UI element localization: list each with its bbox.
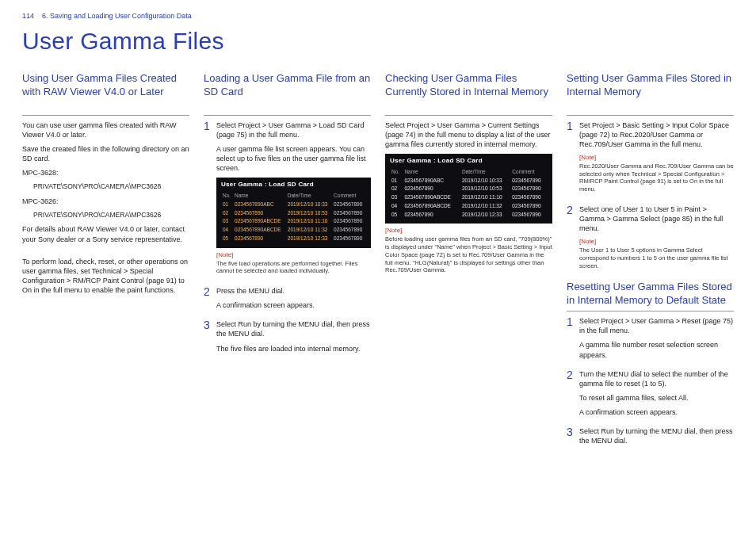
step-text: The five files are loaded into internal …: [216, 344, 371, 353]
screenshot-caption: User Gamma : Load SD Card: [221, 181, 366, 189]
model-label: MPC-3628:: [22, 168, 189, 178]
step-text: A confirmation screen appears.: [579, 407, 734, 417]
step-text: Select Run by turning the MENU dial, the…: [216, 319, 371, 338]
body-text: To perform load, check, reset, or other …: [22, 257, 189, 296]
file-path: PRIVATE\SONY\PRO\CAMERA\MPC3628: [22, 182, 189, 191]
section-heading-checking: Checking User Gamma Files Currently Stor…: [385, 72, 552, 116]
section-heading-using: Using User Gamma Files Created with RAW …: [22, 72, 189, 116]
step-text: To reset all gamma files, select All.: [579, 393, 734, 403]
breadcrumb: 114 6. Saving and Loading User Configura…: [22, 11, 734, 21]
body-text: You can use user gamma files created wit…: [22, 120, 189, 139]
note-label: [Note]: [216, 251, 371, 260]
step-text: Select Run by turning the MENU dial, the…: [579, 426, 734, 445]
body-text: Select Project > User Gamma > Current Se…: [385, 120, 552, 149]
step-text: Set Project > Basic Setting > Input Colo…: [579, 120, 734, 149]
step-text: A gamma file number reset selection scre…: [579, 340, 734, 359]
step-number: 1: [567, 120, 575, 200]
section-heading-loading: Loading a User Gamma File from an SD Car…: [204, 72, 371, 116]
body-text: For details about RAW Viewer V4.0 or lat…: [22, 224, 189, 243]
column-1: Using User Gamma Files Created with RAW …: [22, 72, 189, 456]
note-body: Before loading user gamma files from an …: [385, 235, 552, 274]
step-number: 2: [204, 286, 212, 315]
note-body: The five load operations are performed t…: [216, 260, 371, 276]
body-text: Save the created files in the following …: [22, 144, 189, 163]
step-number: 1: [204, 120, 212, 281]
step-text: Select Project > User Gamma > Load SD Ca…: [216, 120, 371, 139]
note-body: The User 1 to User 5 options in Gamma Se…: [579, 246, 734, 269]
step-text: A user gamma file list screen appears. Y…: [216, 144, 371, 173]
note-label: [Note]: [579, 238, 734, 246]
step-text: Turn the MENU dial to select the number …: [579, 369, 734, 388]
section-heading-setting: Setting User Gamma Files Stored in Inter…: [567, 72, 734, 116]
column-3: Checking User Gamma Files Currently Stor…: [385, 72, 552, 456]
note-body: Rec.2020/User Gamma and Rec.709/User Gam…: [579, 162, 734, 193]
step-number: 1: [567, 316, 575, 365]
step-number: 3: [567, 426, 575, 450]
step-number: 2: [567, 369, 575, 422]
file-path: PRIVATE\SONY\PRO\CAMERA\MPC3626: [22, 211, 189, 220]
column-2: Loading a User Gamma File from an SD Car…: [204, 72, 371, 456]
step-text: Select one of User 1 to User 5 in Paint …: [579, 204, 734, 233]
screenshot-caption: User Gamma : Load SD Card: [390, 157, 548, 166]
note-label: [Note]: [385, 227, 552, 235]
note-label: [Note]: [579, 154, 734, 162]
gamma-file-table: No. Name Date/Time Comment 010234567890A…: [390, 168, 548, 220]
chapter-title: 6. Saving and Loading User Configuration…: [42, 11, 192, 21]
step-number: 3: [204, 319, 212, 357]
step-text: A confirmation screen appears.: [216, 300, 371, 310]
step-number: 2: [567, 204, 575, 276]
section-heading-resetting: Resetting User Gamma Files Stored in Int…: [567, 281, 734, 311]
page-number: 114: [22, 11, 34, 21]
step-text: Press the MENU dial.: [216, 286, 371, 296]
screenshot-load-sd: User Gamma : Load SD Card No. Name Date/…: [216, 178, 371, 247]
gamma-file-table: No. Name Date/Time Comment 010234567890A…: [221, 192, 366, 243]
model-label: MPC-3626:: [22, 197, 189, 206]
column-4: Setting User Gamma Files Stored in Inter…: [567, 72, 734, 456]
step-text: Select Project > User Gamma > Reset (pag…: [579, 316, 734, 335]
screenshot-current: User Gamma : Load SD Card No. Name Date/…: [385, 154, 552, 224]
page-title: User Gamma Files: [22, 25, 734, 58]
